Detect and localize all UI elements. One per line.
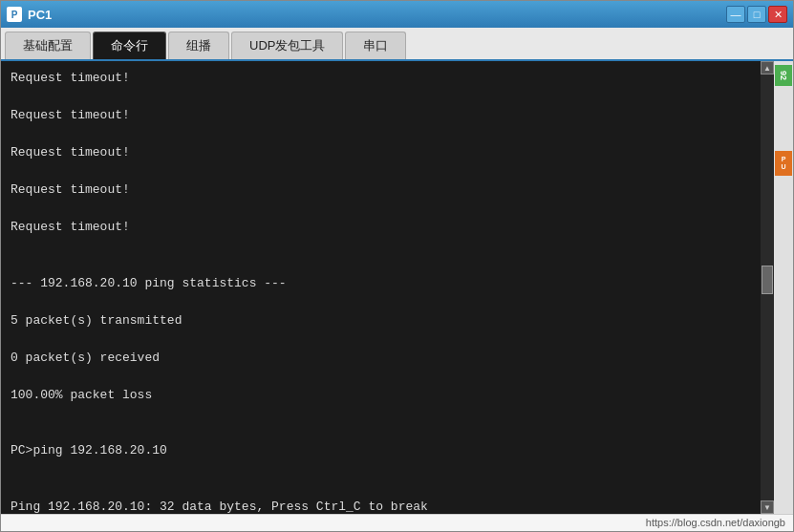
content-area: Request timeout! Request timeout! Reques… [1,61,793,514]
maximize-button[interactable]: □ [747,6,766,23]
terminal-line-9: 100.00% packet loss [11,386,751,405]
title-bar-left: P PC1 [7,7,52,22]
terminal-line-7: 5 packet(s) transmitted [11,311,751,330]
right-panel: 92 P U [774,61,793,514]
terminal[interactable]: Request timeout! Request timeout! Reques… [1,61,761,514]
scroll-thumb[interactable] [762,266,773,294]
tab-basic-config[interactable]: 基础配置 [5,32,91,59]
scroll-up-button[interactable]: ▲ [761,61,774,74]
terminal-line-3: Request timeout! [11,181,751,200]
scroll-down-icon: ▼ [763,503,771,512]
main-window: P PC1 — □ ✕ 基础配置 命令行 组播 UDP发包工具 串口 Reque… [0,0,794,532]
right-badge-2: P U [775,151,792,176]
terminal-line-1: Request timeout! [11,106,751,125]
status-url: https://blog.csdn.net/daxiongb [646,517,785,529]
tab-command-line[interactable]: 命令行 [93,32,166,59]
scroll-track[interactable] [761,74,774,500]
terminal-line-8: 0 packet(s) received [11,349,751,368]
terminal-line-11: PC>ping 192.168.20.10 [11,441,751,460]
terminal-line-4: Request timeout! [11,218,751,237]
tab-multicast[interactable]: 组播 [168,32,229,59]
right-badge-label: P U [781,156,785,170]
window-icon: P [7,7,22,22]
minimize-button[interactable]: — [726,6,745,23]
scroll-down-button[interactable]: ▼ [761,500,774,514]
terminal-line-13: Ping 192.168.20.10: 32 data bytes, Press… [11,498,751,515]
tab-serial[interactable]: 串口 [345,32,406,59]
scrollbar[interactable]: ▲ ▼ [761,61,774,514]
window-title: PC1 [28,8,52,22]
right-badge-1: 92 [775,65,792,86]
title-bar: P PC1 — □ ✕ [1,1,793,28]
scroll-up-icon: ▲ [763,64,771,73]
status-bar: https://blog.csdn.net/daxiongb [1,514,793,531]
tab-bar: 基础配置 命令行 组播 UDP发包工具 串口 [1,28,793,61]
terminal-line-6: --- 192.168.20.10 ping statistics --- [11,274,751,293]
terminal-line-2: Request timeout! [11,143,751,162]
terminal-line-0: Request timeout! [11,69,751,88]
tab-udp-tool[interactable]: UDP发包工具 [231,32,343,59]
close-button[interactable]: ✕ [768,6,787,23]
title-controls: — □ ✕ [726,6,787,23]
